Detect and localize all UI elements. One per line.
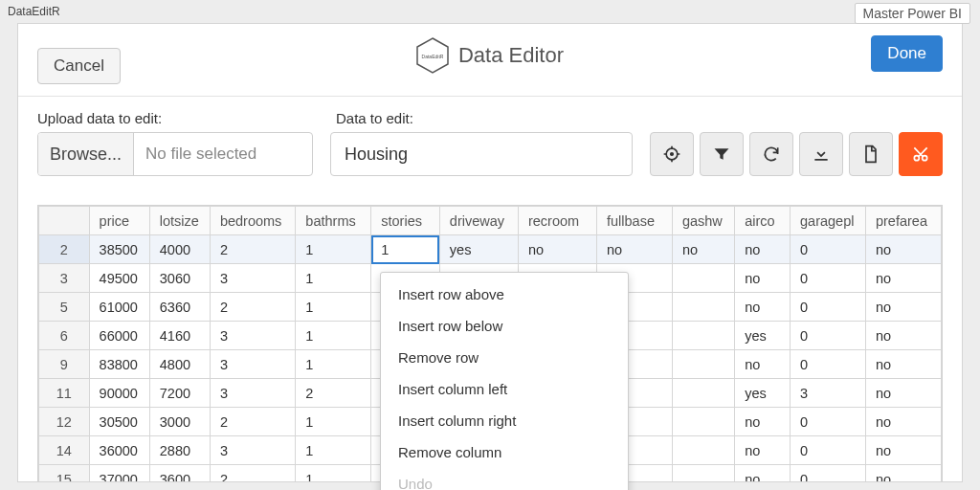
dataset-input[interactable]	[330, 132, 633, 176]
column-header[interactable]: fullbase	[596, 207, 672, 235]
cell[interactable]: 0	[791, 465, 866, 483]
cell[interactable]: 0	[791, 322, 866, 350]
cell[interactable]: 2	[210, 293, 295, 322]
column-header[interactable]: recroom	[518, 207, 596, 235]
row-header[interactable]: 2	[39, 235, 90, 264]
cell[interactable]: yes	[735, 379, 791, 408]
cell[interactable]: 66000	[89, 322, 149, 350]
cell[interactable]: 6360	[149, 293, 210, 322]
cell[interactable]: 61000	[89, 293, 149, 322]
column-header[interactable]: airco	[735, 207, 791, 235]
cell[interactable]: 38500	[89, 235, 149, 264]
cell[interactable]: no	[865, 408, 941, 436]
browse-button[interactable]: Browse...	[38, 133, 134, 175]
cell[interactable]	[672, 408, 734, 436]
cell[interactable]: no	[518, 235, 596, 264]
cell[interactable]: yes	[735, 322, 791, 350]
cell[interactable]: 0	[791, 235, 866, 264]
cell[interactable]	[672, 379, 734, 408]
cut-icon[interactable]	[899, 132, 943, 176]
cell[interactable]: 1	[296, 293, 371, 322]
cell[interactable]: no	[865, 436, 941, 465]
cell[interactable]: yes	[439, 235, 518, 264]
cell[interactable]: no	[735, 436, 791, 465]
cell[interactable]: no	[735, 293, 791, 322]
context-menu-item[interactable]: Remove row	[381, 342, 628, 373]
cell[interactable]: no	[735, 350, 791, 379]
done-button[interactable]: Done	[871, 35, 943, 72]
cell[interactable]: no	[735, 408, 791, 436]
cell[interactable]: 2	[210, 408, 295, 436]
cell[interactable]: 4800	[149, 350, 210, 379]
cell[interactable]: 0	[791, 293, 866, 322]
column-header[interactable]: garagepl	[791, 207, 866, 235]
cell[interactable]: 0	[791, 264, 866, 293]
cell[interactable]: 90000	[89, 379, 149, 408]
context-menu-item[interactable]: Insert column left	[381, 373, 628, 405]
cell[interactable]: 1	[296, 436, 371, 465]
cell[interactable]: 3	[210, 322, 295, 350]
cell[interactable]: 3	[791, 379, 866, 408]
context-menu-item[interactable]: Insert row below	[381, 310, 628, 342]
download-icon[interactable]	[799, 132, 843, 176]
corner-cell[interactable]	[39, 207, 90, 235]
cell[interactable]: 1	[296, 322, 371, 350]
column-header[interactable]: lotsize	[149, 207, 210, 235]
cell[interactable]	[672, 436, 734, 465]
row-header[interactable]: 14	[39, 436, 90, 465]
cell[interactable]	[672, 350, 734, 379]
cell[interactable]: no	[865, 379, 941, 408]
column-header[interactable]: bathrms	[296, 207, 371, 235]
cell[interactable]: 83800	[89, 350, 149, 379]
context-menu-item[interactable]: Insert column right	[381, 405, 628, 436]
cell[interactable]: no	[865, 293, 941, 322]
cell[interactable]: no	[865, 235, 941, 264]
cell[interactable]: 0	[791, 436, 866, 465]
cell[interactable]: 0	[791, 350, 866, 379]
column-header[interactable]: stories	[371, 207, 440, 235]
cell[interactable]: 37000	[89, 465, 149, 483]
row-header[interactable]: 12	[39, 408, 90, 436]
cell[interactable]: 3	[210, 379, 295, 408]
cell[interactable]: 3	[210, 436, 295, 465]
cell[interactable]: 0	[791, 408, 866, 436]
cell[interactable]: 4160	[149, 322, 210, 350]
row-header[interactable]: 6	[39, 322, 90, 350]
context-menu-item[interactable]: Insert row above	[381, 278, 628, 310]
cell[interactable]: no	[865, 322, 941, 350]
column-header[interactable]: bedrooms	[210, 207, 295, 235]
refresh-icon[interactable]	[749, 132, 793, 176]
cell[interactable]: 3600	[149, 465, 210, 483]
row-header[interactable]: 3	[39, 264, 90, 293]
target-icon[interactable]	[650, 132, 694, 176]
cell[interactable]: 2	[296, 379, 371, 408]
cell[interactable]: 1	[296, 465, 371, 483]
cell[interactable]: no	[865, 264, 941, 293]
cell[interactable]	[672, 293, 734, 322]
cell[interactable]: no	[735, 235, 791, 264]
filter-icon[interactable]	[700, 132, 744, 176]
cell[interactable]: no	[735, 465, 791, 483]
cell[interactable]: 3000	[149, 408, 210, 436]
cell[interactable]: 30500	[89, 408, 149, 436]
cell[interactable]: no	[735, 264, 791, 293]
column-header[interactable]: driveway	[439, 207, 518, 235]
cell[interactable]	[672, 322, 734, 350]
row-header[interactable]: 9	[39, 350, 90, 379]
cell[interactable]: no	[865, 350, 941, 379]
cancel-button[interactable]: Cancel	[37, 48, 121, 84]
cell[interactable]: 3	[210, 350, 295, 379]
cell[interactable]: 1	[296, 235, 371, 264]
cell[interactable]	[672, 264, 734, 293]
row-header[interactable]: 15	[39, 465, 90, 483]
cell[interactable]: no	[672, 235, 734, 264]
row-header[interactable]: 5	[39, 293, 90, 322]
file-icon[interactable]	[849, 132, 893, 176]
cell[interactable]: 1	[296, 264, 371, 293]
cell[interactable]: 49500	[89, 264, 149, 293]
cell[interactable]: 2	[210, 465, 295, 483]
context-menu[interactable]: Insert row aboveInsert row belowRemove r…	[380, 272, 629, 490]
cell[interactable]: 2880	[149, 436, 210, 465]
cell[interactable]: 3060	[149, 264, 210, 293]
column-header[interactable]: price	[89, 207, 149, 235]
